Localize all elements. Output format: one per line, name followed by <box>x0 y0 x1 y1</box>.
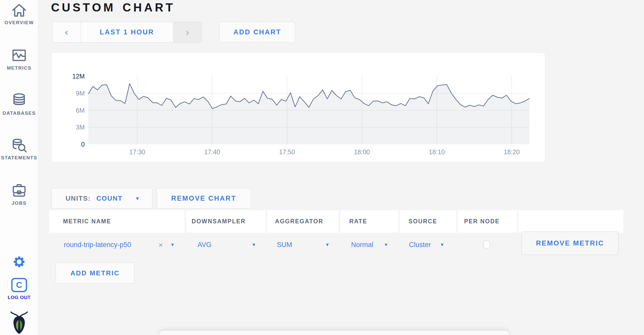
sidebar-item-jobs[interactable] <box>0 183 38 199</box>
logout-button[interactable]: LOG OUT <box>0 295 38 300</box>
sidebar-label-metrics[interactable]: METRICS <box>0 65 38 71</box>
database-search-icon <box>0 137 38 154</box>
metrics-table-header: METRIC NAME DOWNSAMPLER AGGREGATOR RATE … <box>49 210 623 233</box>
time-range-next-button[interactable]: › <box>173 22 201 42</box>
rate-select[interactable]: Normal <box>351 233 373 257</box>
time-range-prev-button[interactable]: ‹ <box>53 22 81 42</box>
y-axis-tick-label: 12M <box>72 73 85 80</box>
time-range-dropdown[interactable]: LAST 1 HOUR <box>81 22 173 42</box>
column-header-actions <box>518 210 623 233</box>
chevron-right-icon: › <box>186 27 189 38</box>
y-axis-tick-label: 3M <box>76 124 85 131</box>
column-header-rate: RATE <box>340 210 398 233</box>
metric-name-caret-icon[interactable]: ▼ <box>170 233 175 257</box>
downsampler-select[interactable]: AVG <box>197 233 212 257</box>
sidebar-label-jobs[interactable]: JOBS <box>0 200 38 206</box>
custom-chart-card: 03M6M9M12M17:3017:4017:5018:0018:1018:20 <box>51 53 545 162</box>
y-axis-tick-label: 9M <box>76 90 85 97</box>
aggregator-select[interactable]: SUM <box>277 233 292 257</box>
sidebar-label-statements[interactable]: STATEMENTS <box>0 155 38 161</box>
bottom-sheet-shadow <box>159 331 509 335</box>
cockroach-bug-icon <box>10 311 28 335</box>
remove-chart-button[interactable]: REMOVE CHART <box>156 188 251 209</box>
logout-c-logo-icon[interactable]: C <box>11 278 27 292</box>
column-header-source: SOURCE <box>400 210 456 233</box>
units-dropdown[interactable]: UNITS: COUNT ▼ <box>51 188 152 209</box>
sidebar-label-databases[interactable]: DATABASES <box>0 110 38 116</box>
sidebar: OVERVIEW METRICS DATABASES <box>0 0 38 335</box>
sidebar-item-databases[interactable] <box>0 92 38 109</box>
settings-gear-icon[interactable] <box>12 255 26 270</box>
sidebar-label-overview[interactable]: OVERVIEW <box>0 20 38 25</box>
logo-letter: C <box>16 280 22 290</box>
y-axis-tick-label: 0 <box>81 141 85 148</box>
units-value: COUNT <box>96 195 122 202</box>
page-title: CUSTOM CHART <box>51 1 175 14</box>
metrics-graph-icon <box>0 47 38 64</box>
custom-chart-canvas[interactable]: 03M6M9M12M17:3017:4017:5018:0018:1018:20 <box>52 53 545 162</box>
chevron-left-icon: ‹ <box>65 27 68 38</box>
sidebar-item-statements[interactable] <box>0 137 38 154</box>
home-icon <box>0 2 38 19</box>
column-header-aggregator: AGGREGATOR <box>267 210 339 233</box>
x-axis-tick-label: 17:50 <box>279 148 295 156</box>
x-axis-tick-label: 17:40 <box>204 148 220 156</box>
y-axis-tick-label: 6M <box>76 107 85 114</box>
database-icon <box>0 92 38 109</box>
column-header-metric-name: METRIC NAME <box>49 210 184 233</box>
sidebar-item-overview[interactable] <box>0 2 38 19</box>
x-axis-tick-label: 18:10 <box>429 148 445 156</box>
clear-metric-icon[interactable]: × <box>158 233 163 257</box>
rate-caret-icon[interactable]: ▼ <box>384 233 388 257</box>
column-header-per-node: PER NODE <box>458 210 517 233</box>
series-area <box>88 84 529 144</box>
units-label: UNITS: <box>66 195 91 202</box>
source-select[interactable]: Cluster <box>409 233 431 257</box>
x-axis-tick-label: 18:20 <box>504 148 520 156</box>
chevron-down-icon: ▼ <box>135 196 140 201</box>
briefcase-icon <box>0 183 38 199</box>
remove-metric-button[interactable]: REMOVE METRIC <box>522 231 618 255</box>
column-header-downsampler: DOWNSAMPLER <box>186 210 266 233</box>
x-axis-tick-label: 17:30 <box>129 148 145 156</box>
metric-name-value[interactable]: round-trip-latency-p50 <box>64 233 131 257</box>
x-axis-tick-label: 18:00 <box>354 148 370 156</box>
time-range-selector: ‹ LAST 1 HOUR › <box>52 22 202 43</box>
aggregator-caret-icon[interactable]: ▼ <box>325 233 330 257</box>
metric-table-row: round-trip-latency-p50 × ▼ AVG ▼ SUM ▼ N… <box>49 233 623 261</box>
per-node-checkbox[interactable] <box>484 241 490 249</box>
add-chart-button[interactable]: ADD CHART <box>219 22 295 43</box>
downsampler-caret-icon[interactable]: ▼ <box>252 233 256 257</box>
source-caret-icon[interactable]: ▼ <box>440 233 444 257</box>
add-metric-button[interactable]: ADD METRIC <box>56 263 134 284</box>
sidebar-item-metrics[interactable] <box>0 47 38 64</box>
